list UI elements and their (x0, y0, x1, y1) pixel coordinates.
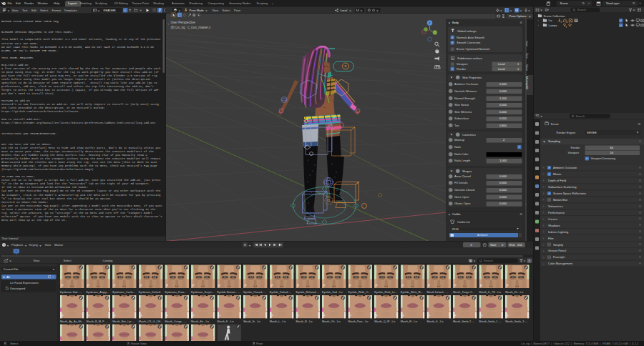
svg-text:(8) Liv_rig : c_root_master.x: (8) Liv_rig : c_root_master.x (171, 26, 212, 29)
svg-text:User Perspective: User Perspective (171, 21, 196, 24)
